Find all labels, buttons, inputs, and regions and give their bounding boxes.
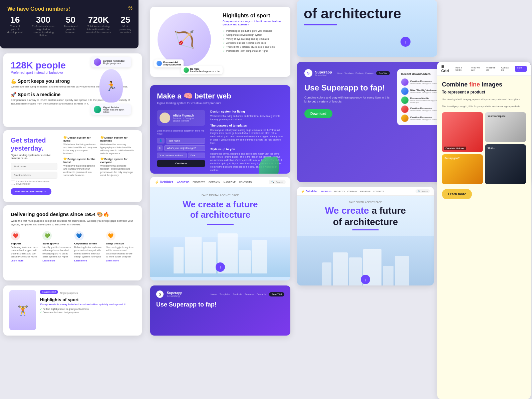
- superapp-trial-btn[interactable]: Free Trial: [376, 71, 390, 75]
- ht-person-2-tag: I am the best rapper on a bar: [190, 70, 220, 72]
- ht-avatar-2: [184, 67, 189, 73]
- highlights-subtitle: Components is a way to inherit customiza…: [40, 303, 136, 306]
- grid-nav-who[interactable]: Who we are: [471, 66, 484, 71]
- del-learn-3[interactable]: Learn more: [106, 259, 135, 262]
- sa-nav-templates[interactable]: Templates: [220, 293, 230, 295]
- arch-title-end: of architecture: [190, 210, 251, 220]
- sup-nav-products[interactable]: Products: [355, 72, 363, 74]
- arch-b-search[interactable]: 🔍 Search: [416, 189, 430, 193]
- arch-bottom-down-btn[interactable]: ↓: [361, 275, 370, 284]
- sa-nav-products[interactable]: Products: [233, 293, 242, 295]
- arch-bottom-tag: FAKE DIGITAL AGENCY PAGE: [304, 201, 427, 203]
- sa-nav-features[interactable]: Features: [245, 293, 254, 295]
- building-1: [174, 247, 184, 273]
- highlights-top-title: Highlights of sport: [223, 13, 283, 19]
- person-2-name: Miguel Pedrito: [103, 106, 128, 109]
- arch-bottom-line: [352, 229, 379, 230]
- getstarted-title-end: day.: [30, 145, 43, 152]
- arch-nav-about[interactable]: ABOUT US: [177, 181, 190, 183]
- grid-images-layout: Consider it done. See my goal? Your work…: [442, 112, 526, 184]
- arch-nav-contacts[interactable]: CONTACTS: [239, 181, 252, 183]
- sa-logo: S: [156, 290, 164, 298]
- ht-check-icon-0: ✓: [223, 29, 225, 32]
- arch-b-nav-company[interactable]: COMPANY: [347, 190, 357, 192]
- makeweb-form-row-1: 👤 Your name: [157, 138, 205, 144]
- makeweb-card: Make a 🧠 better web Figma landing system…: [150, 85, 290, 174]
- learn-more-button[interactable]: Learn more: [442, 189, 472, 199]
- sa-nav-home[interactable]: Home: [211, 293, 217, 295]
- person-card-1: Carolina Fernandez Alright postpones: [91, 57, 131, 67]
- continue-button[interactable]: Continue: [157, 160, 205, 167]
- grid-nav-what[interactable]: What we do: [486, 66, 499, 71]
- dl-avatar-3: [401, 106, 409, 113]
- sup-nav-templates[interactable]: Templates: [344, 72, 353, 74]
- terms-checkbox[interactable]: [11, 181, 15, 185]
- grid-main-card: ⊞ Grid How it works Who we are What we d…: [437, 62, 531, 399]
- highlights-bottom-card: 🏋️ Krassavchiki! Alright postpones Highl…: [3, 285, 142, 336]
- firstname-input[interactable]: First name: [11, 163, 57, 170]
- del-icon-1: 💚: [42, 231, 52, 240]
- del-learn-1[interactable]: Learn more: [42, 259, 71, 262]
- building-2: [185, 237, 202, 273]
- highlights-badge-sub: Alright postpones: [60, 292, 78, 294]
- dl-avatar-0: [401, 78, 409, 86]
- makeweb-title: Make a 🧠 better web: [157, 92, 284, 101]
- arch-down-button[interactable]: ↓: [216, 262, 225, 272]
- makeweb-name: Alisia Figmach: [173, 114, 194, 117]
- dl-time-4: Downloaded the app 10 times: [410, 119, 437, 121]
- dl-avatar-4: [401, 115, 409, 122]
- arch-b-nav-magazine[interactable]: MAGAZINE: [360, 190, 370, 192]
- arch-nav-projects[interactable]: PROJECTS: [193, 181, 205, 183]
- ht-check-text-3: Awesome outlined Feather icons pack: [226, 42, 266, 44]
- arch-nav-magazine[interactable]: MAGAZINE: [224, 181, 236, 183]
- arch-b-nav-projects[interactable]: PROJECTS: [334, 190, 345, 192]
- superapp-left: S Superapp Be watching! Home Templates P…: [297, 62, 397, 182]
- del-learn-2[interactable]: Learn more: [74, 259, 103, 262]
- arch-nav-company[interactable]: COMPANY: [209, 181, 220, 183]
- ht-check-5: ✓Perfect kit to learn components in Figm…: [223, 49, 283, 52]
- grid-img-2: Your workspace: [485, 112, 526, 142]
- dl-time-1: Downloaded the app 10 times: [410, 91, 437, 93]
- getstarted-button[interactable]: Get started yesterday →: [11, 188, 51, 195]
- dl-name-3: Carolina Fernandez: [410, 107, 437, 110]
- grid-sign-btn[interactable]: Sign →: [515, 66, 527, 72]
- sa-logo-letter: S: [159, 292, 161, 296]
- del-learn-0[interactable]: Learn more: [11, 259, 39, 262]
- makeweb-inner: Make a 🧠 better web Figma landing system…: [157, 92, 284, 174]
- sa-brand-name: Superapp: [167, 291, 182, 295]
- arch-line-decoration: [207, 224, 234, 225]
- del-desc-2: Delivering faster and more personalized …: [74, 246, 103, 258]
- superapp-download-btn[interactable]: Download: [304, 109, 332, 118]
- ht-person-1-name: Krassavchiki!: [163, 61, 181, 63]
- arch-b-nav-contacts[interactable]: CONTACTS: [373, 190, 384, 192]
- sa-cta-button[interactable]: Free Trial: [269, 292, 284, 296]
- sup-nav-home[interactable]: Home: [337, 72, 342, 74]
- budget-input[interactable]: What's your project budget?: [164, 145, 205, 151]
- art-down-btn[interactable]: ↓: [401, 37, 411, 47]
- building-6: [252, 240, 267, 273]
- grid-nav-how[interactable]: How it works: [456, 66, 469, 71]
- arch-search[interactable]: 🔍 Search: [269, 180, 286, 184]
- sa-nav-contacts[interactable]: Contacts: [257, 293, 266, 295]
- email-input[interactable]: Email address: [11, 172, 57, 179]
- arch-b-nav-about[interactable]: ABOUT US: [321, 190, 331, 192]
- feature-4-title: 💛 Design system for everyone: [100, 158, 135, 164]
- ht-check-0: ✓Perfect digital product to grow your bu…: [223, 29, 283, 32]
- grid-nav-contact[interactable]: Contact us: [501, 66, 512, 71]
- name-input[interactable]: Your name: [166, 138, 205, 144]
- address-input[interactable]: Your business address: [157, 153, 187, 158]
- sup-nav-features[interactable]: Features: [365, 72, 373, 74]
- highlights-circle: 🏹: [158, 13, 211, 66]
- dl-name-4: Carolina Fernandez: [410, 116, 437, 119]
- dl-name-0: Carolina Fernandez: [410, 80, 437, 82]
- ht-check-text-2: Variety of eye-catching landing template…: [226, 38, 269, 40]
- ht-check-text-4: Themed into 3 different styles, colors a…: [226, 46, 275, 48]
- building-3: [203, 242, 216, 273]
- grid-nav-links: How it works Who we are What we do Conta…: [456, 66, 513, 71]
- grid-title-end: images: [480, 81, 502, 88]
- mw-section-3-title: Style is up to you: [210, 148, 284, 151]
- feature-1-title: 💛 Design system for living: [63, 136, 98, 142]
- date-input[interactable]: Date: [188, 153, 205, 158]
- person-1-tag: Alright postpones: [103, 62, 124, 64]
- dl-info-4: Carolina Fernandez Downloaded the app 10…: [410, 116, 437, 121]
